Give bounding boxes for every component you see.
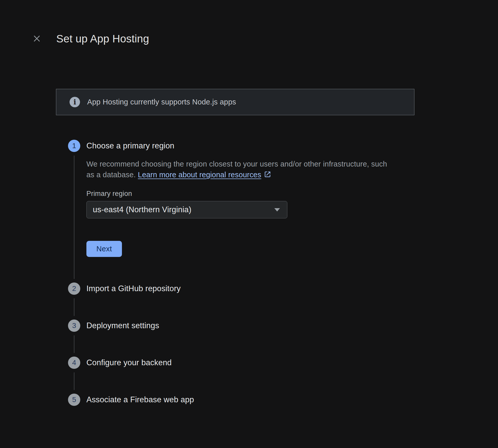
step-connector-line <box>74 335 74 353</box>
setup-stepper: 1 Choose a primary region We recommend c… <box>68 140 498 431</box>
step-description: We recommend choosing the region closest… <box>86 159 392 180</box>
step-rail: 5 <box>68 394 80 431</box>
step-connector-line <box>74 372 74 390</box>
primary-region-select[interactable]: us-east4 (Northern Virginia) <box>86 201 287 218</box>
step-associate-firebase-web-app: 5 Associate a Firebase web app <box>68 394 498 431</box>
close-icon <box>32 34 41 44</box>
step-configure-your-backend: 4 Configure your backend <box>68 357 498 394</box>
step-number-badge: 1 <box>68 140 80 152</box>
step-deployment-settings: 3 Deployment settings <box>68 320 498 357</box>
step-number-badge: 2 <box>68 282 80 295</box>
step-rail: 1 <box>68 140 80 282</box>
dropdown-arrow-icon <box>274 208 280 211</box>
step-number-badge: 5 <box>68 394 80 406</box>
step-import-github-repository: 2 Import a GitHub repository <box>68 282 498 320</box>
step-title: Configure your backend <box>86 357 498 369</box>
step-connector-line <box>74 156 74 279</box>
step-title: Associate a Firebase web app <box>86 394 498 406</box>
step-title: Deployment settings <box>86 320 498 332</box>
info-banner: i App Hosting currently supports Node.js… <box>56 89 414 115</box>
primary-region-label: Primary region <box>86 190 498 198</box>
step-connector-line <box>74 298 74 316</box>
step-title: Import a GitHub repository <box>86 282 498 295</box>
learn-more-link[interactable]: Learn more about regional resources <box>138 171 271 179</box>
step-rail: 2 <box>68 282 80 320</box>
primary-region-value: us-east4 (Northern Virginia) <box>93 205 274 214</box>
info-banner-text: App Hosting currently supports Node.js a… <box>87 98 236 106</box>
close-button[interactable] <box>32 34 42 44</box>
dialog-header: Set up App Hosting <box>0 0 498 45</box>
step-title: Choose a primary region <box>86 140 498 152</box>
step-rail: 4 <box>68 357 80 394</box>
next-button[interactable]: Next <box>86 241 122 257</box>
step-rail: 3 <box>68 320 80 357</box>
step-number-badge: 4 <box>68 357 80 369</box>
external-link-icon <box>264 171 271 178</box>
step-number-badge: 3 <box>68 320 80 332</box>
step-choose-primary-region: 1 Choose a primary region We recommend c… <box>68 140 498 282</box>
page-title: Set up App Hosting <box>56 33 149 45</box>
info-icon: i <box>70 97 80 107</box>
